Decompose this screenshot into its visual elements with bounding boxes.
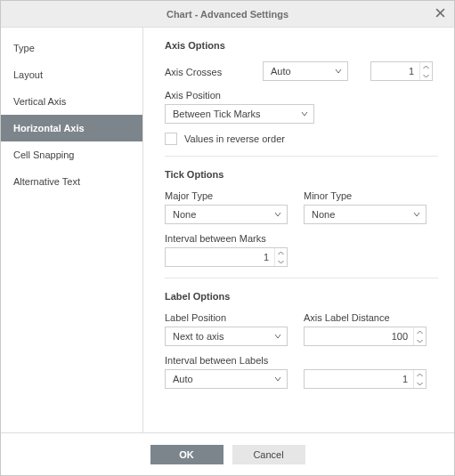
major-type-value: None bbox=[173, 209, 196, 220]
axis-crosses-select[interactable]: Auto bbox=[263, 61, 348, 81]
axis-crosses-label: Axis Crosses bbox=[165, 67, 247, 77]
advanced-settings-dialog: Chart - Advanced Settings Type Layout Ve… bbox=[0, 0, 455, 476]
sidebar-item-label: Vertical Axis bbox=[13, 96, 66, 107]
chevron-down-icon bbox=[274, 374, 281, 384]
dialog-title: Chart - Advanced Settings bbox=[167, 9, 288, 20]
chevron-down-icon bbox=[413, 209, 420, 220]
major-type-select[interactable]: None bbox=[165, 205, 288, 224]
axis-position-select[interactable]: Between Tick Marks bbox=[165, 104, 314, 124]
sidebar-item-label: Alternative Text bbox=[13, 176, 80, 187]
interval-marks-label: Interval between Marks bbox=[165, 233, 288, 244]
minor-type-label: Minor Type bbox=[304, 190, 427, 201]
sidebar: Type Layout Vertical Axis Horizontal Axi… bbox=[1, 28, 143, 432]
spin-up-icon[interactable] bbox=[414, 327, 426, 336]
spacer-label bbox=[304, 355, 427, 366]
spin-up-icon[interactable] bbox=[275, 248, 287, 257]
sidebar-item-type[interactable]: Type bbox=[1, 35, 142, 61]
axis-position-label: Axis Position bbox=[165, 90, 314, 101]
reverse-order-checkbox[interactable] bbox=[165, 133, 177, 145]
spin-down-icon[interactable] bbox=[414, 379, 426, 388]
sidebar-item-horizontal-axis[interactable]: Horizontal Axis bbox=[1, 115, 142, 141]
titlebar: Chart - Advanced Settings bbox=[1, 1, 454, 28]
sidebar-item-alternative-text[interactable]: Alternative Text bbox=[1, 168, 142, 195]
interval-labels-select[interactable]: Auto bbox=[165, 369, 288, 389]
interval-marks-spinner[interactable] bbox=[165, 247, 288, 267]
label-position-label: Label Position bbox=[165, 312, 288, 323]
label-position-select[interactable]: Next to axis bbox=[165, 327, 288, 346]
section-title-tick-options: Tick Options bbox=[165, 169, 438, 180]
interval-labels-number-input[interactable] bbox=[305, 370, 413, 388]
interval-marks-input[interactable] bbox=[166, 248, 274, 266]
axis-label-distance-input[interactable] bbox=[305, 327, 413, 345]
separator bbox=[165, 156, 438, 157]
cancel-button[interactable]: Cancel bbox=[232, 445, 305, 464]
sidebar-item-label: Type bbox=[13, 43, 35, 53]
minor-type-select[interactable]: None bbox=[304, 205, 427, 224]
minor-type-value: None bbox=[312, 209, 335, 220]
chevron-down-icon bbox=[274, 331, 281, 342]
axis-crosses-number-input[interactable] bbox=[371, 62, 419, 80]
chevron-down-icon bbox=[335, 66, 342, 77]
chevron-down-icon bbox=[274, 209, 281, 220]
sidebar-item-label: Cell Snapping bbox=[13, 149, 75, 160]
axis-label-distance-spinner[interactable] bbox=[304, 327, 427, 346]
interval-labels-spinner[interactable] bbox=[304, 369, 427, 389]
spin-down-icon[interactable] bbox=[414, 336, 426, 345]
dialog-body: Type Layout Vertical Axis Horizontal Axi… bbox=[1, 28, 454, 432]
sidebar-item-layout[interactable]: Layout bbox=[1, 61, 142, 88]
sidebar-item-label: Layout bbox=[13, 69, 43, 80]
interval-labels-label: Interval between Labels bbox=[165, 355, 288, 366]
spin-up-icon[interactable] bbox=[420, 62, 432, 71]
spin-down-icon[interactable] bbox=[275, 257, 287, 266]
separator bbox=[165, 278, 438, 278]
axis-crosses-value: Auto bbox=[271, 66, 291, 77]
chevron-down-icon bbox=[301, 109, 308, 119]
sidebar-item-label: Horizontal Axis bbox=[13, 123, 85, 133]
close-button[interactable] bbox=[431, 4, 449, 22]
section-title-label-options: Label Options bbox=[165, 291, 438, 302]
reverse-order-label: Values in reverse order bbox=[184, 133, 285, 144]
axis-position-value: Between Tick Marks bbox=[173, 109, 260, 119]
content-panel: Axis Options Axis Crosses Auto bbox=[143, 28, 454, 432]
section-title-axis-options: Axis Options bbox=[165, 40, 438, 51]
spin-down-icon[interactable] bbox=[420, 71, 432, 80]
sidebar-item-vertical-axis[interactable]: Vertical Axis bbox=[1, 88, 142, 115]
spin-up-icon[interactable] bbox=[414, 370, 426, 379]
dialog-footer: OK Cancel bbox=[1, 432, 454, 475]
axis-crosses-spinner[interactable] bbox=[370, 61, 433, 81]
axis-label-distance-label: Axis Label Distance bbox=[304, 312, 427, 323]
ok-button[interactable]: OK bbox=[150, 445, 223, 464]
label-position-value: Next to axis bbox=[173, 331, 223, 342]
major-type-label: Major Type bbox=[165, 190, 288, 201]
interval-labels-value: Auto bbox=[173, 374, 193, 384]
sidebar-item-cell-snapping[interactable]: Cell Snapping bbox=[1, 141, 142, 168]
close-icon bbox=[435, 8, 445, 20]
